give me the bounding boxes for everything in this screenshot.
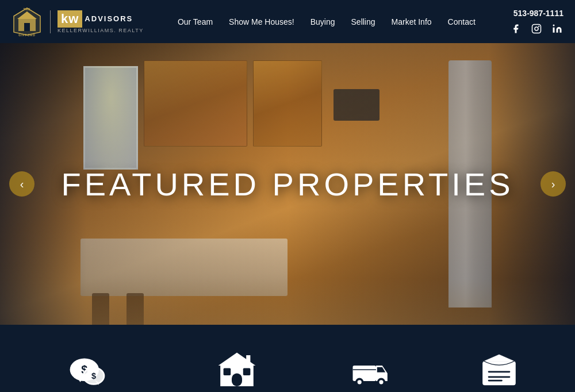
svg-text:$: $	[91, 371, 96, 381]
dream-house-item[interactable]: Find my dream house	[195, 348, 278, 392]
nav-show-houses[interactable]: Show Me Houses!	[229, 17, 294, 26]
hero-heading: FEATURED PROPERTIES	[61, 166, 513, 203]
email-updates-item[interactable]: Get email updates	[464, 348, 534, 392]
carousel-next-button[interactable]: ›	[540, 171, 566, 197]
relocate-icon	[348, 348, 394, 392]
svg-rect-10	[553, 27, 554, 32]
dream-house-icon	[214, 348, 260, 392]
header-right: 513-987-1111	[509, 9, 564, 35]
svg-rect-4	[24, 23, 30, 31]
bottom-section: $ $ What is my home worth?	[0, 325, 575, 392]
svg-point-27	[358, 380, 362, 384]
hero-title-container: FEATURED PROPERTIES	[61, 166, 513, 203]
phone-number: 513-987-1111	[513, 9, 564, 18]
home-value-icon: $ $	[66, 348, 112, 392]
svg-rect-7	[532, 24, 540, 33]
kw-sub-text: KELLERWILLIAMS. REALTY	[57, 28, 144, 33]
logo-area: THE GIFFORD kw ADVISORS KELLERWILLIAMS. …	[12, 6, 144, 37]
logo-divider	[50, 10, 51, 33]
svg-rect-25	[353, 366, 377, 381]
header: THE GIFFORD kw ADVISORS KELLERWILLIAMS. …	[0, 0, 575, 43]
svg-rect-23	[243, 368, 250, 376]
nav-buying[interactable]: Buying	[310, 17, 335, 26]
linkedin-icon[interactable]	[551, 22, 564, 35]
svg-rect-21	[232, 374, 242, 387]
nav-market-info[interactable]: Market Info	[392, 17, 432, 26]
nav-our-team[interactable]: Our Team	[178, 17, 213, 26]
nav-contact[interactable]: Contact	[448, 17, 476, 26]
svg-point-29	[379, 380, 384, 384]
svg-rect-22	[223, 368, 231, 376]
nav-selling[interactable]: Selling	[351, 17, 375, 26]
svg-rect-24	[246, 355, 250, 366]
social-icons	[509, 22, 564, 35]
svg-point-11	[553, 24, 554, 26]
kw-logo: kw ADVISORS KELLERWILLIAMS. REALTY	[57, 10, 144, 33]
svg-point-9	[538, 25, 539, 26]
chevron-right-icon: ›	[551, 178, 555, 191]
svg-text:THE: THE	[24, 7, 31, 11]
kw-advisors-text: ADVISORS	[85, 14, 133, 23]
email-updates-icon	[476, 348, 522, 392]
svg-point-8	[535, 27, 538, 30]
main-nav: Our Team Show Me Houses! Buying Selling …	[178, 17, 476, 26]
carousel-prev-button[interactable]: ‹	[9, 171, 34, 197]
gifford-logo-icon: THE GIFFORD	[12, 6, 43, 37]
svg-text:GIFFORD: GIFFORD	[18, 33, 36, 37]
instagram-icon[interactable]	[530, 22, 543, 35]
kw-badge: kw	[57, 10, 82, 28]
relocate-item[interactable]: Help me relocate.	[338, 348, 405, 392]
hero-section: FEATURED PROPERTIES ‹ ›	[0, 43, 575, 325]
facebook-icon[interactable]	[509, 22, 522, 35]
home-value-item[interactable]: $ $ What is my home worth?	[41, 348, 136, 392]
chevron-left-icon: ‹	[20, 178, 24, 191]
